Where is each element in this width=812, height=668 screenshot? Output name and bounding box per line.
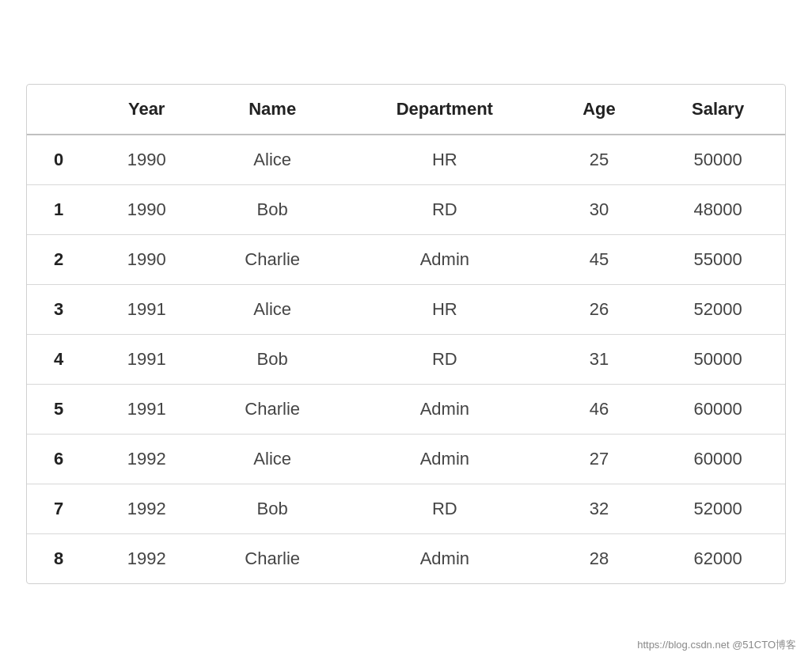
cell-department: Admin — [342, 435, 548, 484]
cell-department: Admin — [342, 385, 548, 435]
cell-index: 2 — [27, 235, 90, 285]
cell-name: Alice — [203, 135, 342, 185]
table-row: 1 1990 Bob RD 30 48000 — [27, 185, 785, 235]
cell-department: RD — [342, 484, 548, 534]
cell-department: RD — [342, 185, 548, 235]
cell-age: 31 — [548, 335, 651, 385]
cell-department: RD — [342, 335, 548, 385]
cell-salary: 62000 — [651, 534, 785, 584]
cell-salary: 48000 — [651, 185, 785, 235]
table-header-row: Year Name Department Age Salary — [27, 85, 785, 135]
cell-year: 1990 — [90, 235, 203, 285]
cell-name: Bob — [203, 484, 342, 534]
col-header-department: Department — [342, 85, 548, 135]
cell-name: Charlie — [203, 385, 342, 435]
table-row: 5 1991 Charlie Admin 46 60000 — [27, 385, 785, 435]
cell-year: 1991 — [90, 385, 203, 435]
cell-department: HR — [342, 285, 548, 335]
data-table: Year Name Department Age Salary 0 1990 A… — [26, 84, 786, 584]
cell-salary: 55000 — [651, 235, 785, 285]
cell-salary: 52000 — [651, 484, 785, 534]
cell-age: 30 — [548, 185, 651, 235]
cell-index: 8 — [27, 534, 90, 584]
cell-age: 26 — [548, 285, 651, 335]
table-row: 6 1992 Alice Admin 27 60000 — [27, 435, 785, 484]
cell-salary: 50000 — [651, 335, 785, 385]
col-header-year: Year — [90, 85, 203, 135]
cell-year: 1990 — [90, 185, 203, 235]
cell-index: 1 — [27, 185, 90, 235]
cell-name: Charlie — [203, 534, 342, 584]
cell-year: 1992 — [90, 534, 203, 584]
cell-salary: 52000 — [651, 285, 785, 335]
cell-department: Admin — [342, 235, 548, 285]
cell-department: HR — [342, 135, 548, 185]
cell-salary: 60000 — [651, 435, 785, 484]
cell-index: 3 — [27, 285, 90, 335]
cell-age: 46 — [548, 385, 651, 435]
cell-year: 1991 — [90, 335, 203, 385]
cell-age: 28 — [548, 534, 651, 584]
cell-name: Charlie — [203, 235, 342, 285]
cell-index: 4 — [27, 335, 90, 385]
cell-age: 45 — [548, 235, 651, 285]
cell-year: 1992 — [90, 435, 203, 484]
cell-year: 1990 — [90, 135, 203, 185]
col-header-salary: Salary — [651, 85, 785, 135]
cell-age: 32 — [548, 484, 651, 534]
col-header-name: Name — [203, 85, 342, 135]
table-row: 3 1991 Alice HR 26 52000 — [27, 285, 785, 335]
table-row: 4 1991 Bob RD 31 50000 — [27, 335, 785, 385]
cell-department: Admin — [342, 534, 548, 584]
cell-year: 1991 — [90, 285, 203, 335]
col-header-age: Age — [548, 85, 651, 135]
table-row: 8 1992 Charlie Admin 28 62000 — [27, 534, 785, 584]
cell-index: 5 — [27, 385, 90, 435]
cell-age: 27 — [548, 435, 651, 484]
cell-name: Bob — [203, 185, 342, 235]
watermark-text: https://blog.csdn.net @51CTO博客 — [637, 638, 796, 652]
cell-name: Alice — [203, 285, 342, 335]
cell-year: 1992 — [90, 484, 203, 534]
cell-index: 0 — [27, 135, 90, 185]
cell-name: Bob — [203, 335, 342, 385]
cell-salary: 50000 — [651, 135, 785, 185]
cell-name: Alice — [203, 435, 342, 484]
table-row: 2 1990 Charlie Admin 45 55000 — [27, 235, 785, 285]
table-row: 0 1990 Alice HR 25 50000 — [27, 135, 785, 185]
col-header-index — [27, 85, 90, 135]
cell-index: 7 — [27, 484, 90, 534]
cell-salary: 60000 — [651, 385, 785, 435]
cell-age: 25 — [548, 135, 651, 185]
cell-index: 6 — [27, 435, 90, 484]
table-row: 7 1992 Bob RD 32 52000 — [27, 484, 785, 534]
